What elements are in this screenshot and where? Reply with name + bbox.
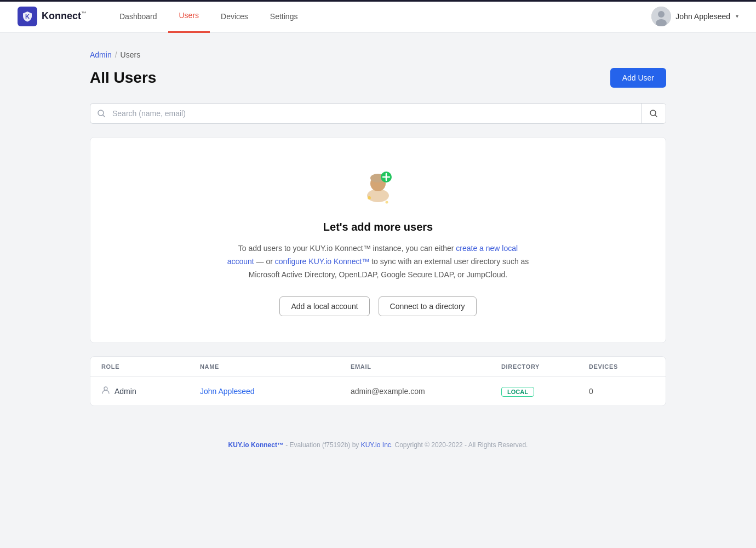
users-table: ROLE NAME EMAIL DIRECTORY DEVICES Admin …	[90, 356, 666, 406]
svg-point-14	[368, 196, 371, 199]
avatar	[651, 7, 671, 26]
add-local-account-button[interactable]: Add a local account	[279, 296, 369, 316]
search-button[interactable]	[641, 104, 666, 123]
col-email: EMAIL	[351, 363, 501, 370]
empty-state-card: Let's add more users To add users to you…	[90, 137, 666, 343]
directory-cell: LOCAL	[501, 386, 589, 397]
svg-point-15	[386, 201, 388, 204]
directory-badge: LOCAL	[501, 387, 534, 397]
breadcrumb-current: Users	[121, 50, 141, 59]
table-header: ROLE NAME EMAIL DIRECTORY DEVICES	[90, 357, 666, 377]
col-devices: DEVICES	[589, 363, 655, 370]
empty-state-actions: Add a local account Connect to a directo…	[108, 296, 648, 316]
breadcrumb-admin[interactable]: Admin	[90, 50, 112, 59]
nav-dashboard[interactable]: Dashboard	[108, 0, 168, 33]
user-name-link[interactable]: John Appleseed	[200, 387, 255, 396]
add-user-button[interactable]: Add User	[610, 68, 666, 88]
page-header: All Users Add User	[90, 68, 666, 88]
breadcrumb-separator: /	[115, 50, 117, 59]
name-cell: John Appleseed	[200, 386, 351, 396]
connect-directory-button[interactable]: Connect to a directory	[379, 296, 477, 316]
breadcrumb: Admin / Users	[90, 50, 666, 59]
search-icon	[90, 109, 112, 118]
chevron-down-icon: ▾	[736, 13, 738, 19]
main-content: Admin / Users All Users Add User	[77, 33, 679, 424]
nav-devices[interactable]: Devices	[210, 0, 259, 33]
empty-state-description: To add users to your KUY.io Konnect™ ins…	[225, 242, 531, 281]
logo[interactable]: K Konnect™	[18, 7, 87, 26]
svg-line-7	[655, 115, 657, 117]
svg-point-2	[658, 11, 665, 18]
nav-settings[interactable]: Settings	[259, 0, 309, 33]
logo-shield: K	[18, 7, 37, 26]
table-row: Admin John Appleseed admin@example.com L…	[90, 377, 666, 406]
configure-konnect-link[interactable]: configure KUY.io Konnect™	[275, 257, 370, 266]
footer: KUY.io Konnect™ - Evaluation (f75192b) b…	[0, 424, 756, 466]
svg-text:K: K	[25, 13, 30, 20]
navbar: K Konnect™ Dashboard Users Devices Setti…	[0, 0, 756, 33]
col-role: ROLE	[101, 363, 200, 370]
logo-text: Konnect™	[42, 10, 87, 22]
email-cell: admin@example.com	[351, 387, 501, 396]
footer-brand: KUY.io Konnect™	[228, 441, 284, 449]
svg-line-5	[103, 115, 105, 117]
user-role-icon	[101, 386, 110, 397]
nav-links: Dashboard Users Devices Settings	[108, 0, 651, 33]
nav-users[interactable]: Users	[168, 0, 210, 33]
role-label: Admin	[114, 387, 136, 396]
role-cell: Admin	[101, 386, 200, 397]
page-title: All Users	[90, 69, 156, 87]
user-menu[interactable]: John Appleseed ▾	[651, 7, 738, 26]
empty-illustration	[356, 164, 400, 208]
footer-link[interactable]: KUY.io Inc	[361, 441, 391, 449]
search-bar	[90, 103, 666, 124]
col-directory: DIRECTORY	[501, 363, 589, 370]
search-input[interactable]	[112, 104, 641, 123]
empty-state-title: Let's add more users	[108, 221, 648, 233]
svg-point-16	[104, 387, 107, 390]
user-name: John Appleseed	[675, 12, 730, 21]
col-name: NAME	[200, 363, 351, 370]
devices-cell: 0	[589, 387, 655, 396]
